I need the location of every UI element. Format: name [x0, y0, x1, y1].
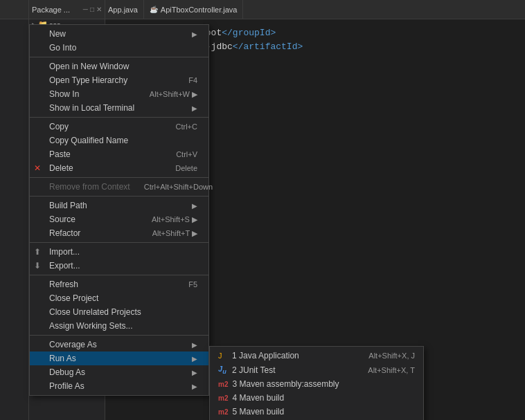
menu-item-run-as[interactable]: Run As ▶	[30, 351, 208, 365]
separator-3	[30, 177, 208, 178]
menu-item-new-arrow: ▶	[192, 30, 197, 38]
submenu-item-maven-build-2-label: 5 Maven build	[232, 407, 284, 417]
submenu-item-java-application-label: 1 Java Application	[232, 351, 299, 360]
submenu-item-junit-test[interactable]: Ju 2 JUnit Test Alt+Shift+X, T	[210, 363, 423, 377]
submenu-item-junit-test-label: 2 JUnit Test	[232, 365, 275, 375]
menu-item-delete[interactable]: ✕ Delete Delete	[30, 161, 208, 175]
tab-api-controller[interactable]: ☕ ApiTboxController.java	[144, 0, 244, 19]
menu-item-remove-from-context-shortcut: Ctrl+Alt+Shift+Down	[144, 183, 213, 191]
menu-item-delete-shortcut: Delete	[175, 164, 197, 172]
menu-item-copy-shortcut: Ctrl+C	[176, 122, 197, 131]
menu-item-profile-as[interactable]: Profile As ▶	[30, 379, 208, 393]
menu-item-source-label: Source	[49, 214, 75, 224]
package-explorer-header: Package ... ─ □ ✕	[29, 0, 105, 19]
menu-item-show-local-terminal[interactable]: Show in Local Terminal ▶	[30, 101, 208, 115]
menu-item-close-project-label: Close Project	[49, 293, 98, 303]
menu-item-import-label: Import...	[49, 247, 80, 257]
menu-item-go-into-label: Go Into	[49, 43, 76, 53]
menu-item-debug-as-arrow: ▶	[192, 369, 197, 376]
run-as-submenu: J 1 Java Application Alt+Shift+X, J Ju 2…	[209, 346, 424, 420]
menu-item-open-type-hierarchy-shortcut: F4	[188, 76, 197, 84]
separator-1	[30, 57, 208, 57]
menu-item-build-path-arrow: ▶	[192, 202, 197, 210]
menu-item-new-label: New	[49, 29, 66, 39]
menu-item-paste[interactable]: Paste Ctrl+V	[30, 147, 208, 161]
menu-item-open-new-window-label: Open in New Window	[49, 62, 129, 71]
menu-item-paste-label: Paste	[49, 149, 71, 159]
submenu-item-maven-build-1-label: 4 Maven build	[232, 393, 284, 403]
java-application-icon: J	[218, 351, 228, 360]
menu-item-close-project[interactable]: Close Project	[30, 291, 208, 305]
menu-item-build-path-label: Build Path	[49, 201, 87, 210]
close-panel-icon[interactable]: ✕	[96, 6, 102, 13]
menu-item-close-unrelated[interactable]: Close Unrelated Projects	[30, 305, 208, 319]
menu-item-refactor-label: Refactor	[49, 228, 80, 238]
menu-item-run-as-label: Run As	[49, 354, 76, 363]
minimize-icon[interactable]: ─	[83, 6, 88, 13]
menu-item-show-in-shortcut: Alt+Shift+W ▶	[150, 90, 197, 99]
menu-item-show-local-terminal-label: Show in Local Terminal	[49, 103, 134, 113]
menu-item-source[interactable]: Source Alt+Shift+S ▶	[30, 212, 208, 226]
api-controller-icon: ☕	[150, 6, 158, 13]
menu-item-import[interactable]: ⬆ Import...	[30, 245, 208, 259]
separator-6	[30, 275, 208, 275]
menu-item-copy[interactable]: Copy Ctrl+C	[30, 120, 208, 134]
menu-item-debug-as-label: Debug As	[49, 367, 85, 377]
menu-item-copy-qualified-name-label: Copy Qualified Name	[49, 136, 128, 145]
menu-item-assign-working-sets-label: Assign Working Sets...	[49, 321, 133, 331]
menu-item-profile-as-arrow: ▶	[192, 383, 197, 390]
left-panel	[0, 0, 29, 420]
menu-item-refresh[interactable]: Refresh F5	[30, 277, 208, 291]
menu-item-refactor-shortcut: Alt+Shift+T ▶	[152, 229, 197, 238]
menu-item-open-new-window[interactable]: Open in New Window	[30, 60, 208, 73]
submenu-item-maven-build-1[interactable]: m2 4 Maven build	[210, 391, 423, 405]
submenu-item-java-application-shortcut: Alt+Shift+X, J	[368, 351, 415, 360]
menu-item-refresh-shortcut: F5	[188, 280, 197, 289]
menu-item-open-type-hierarchy[interactable]: Open Type Hierarchy F4	[30, 73, 208, 87]
menu-item-go-into[interactable]: Go Into	[30, 41, 208, 55]
package-header-icons: ─ □ ✕	[83, 6, 102, 13]
menu-item-refresh-label: Refresh	[49, 280, 78, 289]
menu-item-debug-as[interactable]: Debug As ▶	[30, 365, 208, 379]
import-icon: ⬆	[34, 247, 41, 257]
tab-app-java-label: App.java	[108, 6, 138, 14]
menu-item-new[interactable]: New ▶	[30, 27, 208, 41]
menu-item-source-shortcut: Alt+Shift+S ▶	[152, 215, 197, 224]
menu-item-copy-label: Copy	[49, 122, 69, 131]
submenu-item-maven-assembly[interactable]: m2 3 Maven assembly:assembly	[210, 377, 423, 391]
menu-item-show-in-label: Show In	[49, 89, 79, 99]
package-explorer-title: Package ...	[32, 6, 70, 14]
menu-item-profile-as-label: Profile As	[49, 381, 84, 391]
export-icon: ⬇	[34, 261, 41, 271]
menu-item-remove-from-context[interactable]: Remove from Context Ctrl+Alt+Shift+Down	[30, 180, 208, 194]
tab-api-controller-label: ApiTboxController.java	[161, 6, 238, 14]
menu-item-open-type-hierarchy-label: Open Type Hierarchy	[49, 75, 127, 85]
menu-item-export[interactable]: ⬇ Export...	[30, 259, 208, 273]
separator-5	[30, 242, 208, 243]
menu-item-show-local-terminal-arrow: ▶	[192, 104, 197, 112]
context-menu: New ▶ Go Into Open in New Window Open Ty…	[29, 24, 209, 396]
maven-build-2-icon: m2	[218, 408, 228, 416]
menu-item-coverage-as-arrow: ▶	[192, 341, 197, 349]
menu-item-refactor[interactable]: Refactor Alt+Shift+T ▶	[30, 226, 208, 240]
separator-4	[30, 196, 208, 197]
menu-item-copy-qualified-name[interactable]: Copy Qualified Name	[30, 134, 208, 147]
menu-item-paste-shortcut: Ctrl+V	[176, 150, 197, 158]
delete-icon: ✕	[34, 163, 41, 173]
menu-item-coverage-as[interactable]: Coverage As ▶	[30, 338, 208, 351]
submenu-item-junit-test-shortcut: Alt+Shift+X, T	[368, 366, 415, 374]
maven-build-1-icon: m2	[218, 394, 228, 402]
junit-test-icon: Ju	[218, 365, 228, 375]
maven-assembly-icon: m2	[218, 381, 228, 388]
menu-item-show-in[interactable]: Show In Alt+Shift+W ▶	[30, 87, 208, 101]
maximize-icon[interactable]: □	[90, 6, 94, 13]
menu-item-assign-working-sets[interactable]: Assign Working Sets...	[30, 319, 208, 333]
menu-item-export-label: Export...	[49, 261, 80, 271]
separator-7	[30, 335, 208, 336]
menu-item-close-unrelated-label: Close Unrelated Projects	[49, 307, 141, 317]
separator-2	[30, 117, 208, 118]
menu-item-delete-label: Delete	[49, 163, 73, 173]
menu-item-build-path[interactable]: Build Path ▶	[30, 199, 208, 212]
submenu-item-maven-build-2[interactable]: m2 5 Maven build	[210, 405, 423, 419]
submenu-item-java-application[interactable]: J 1 Java Application Alt+Shift+X, J	[210, 349, 423, 363]
